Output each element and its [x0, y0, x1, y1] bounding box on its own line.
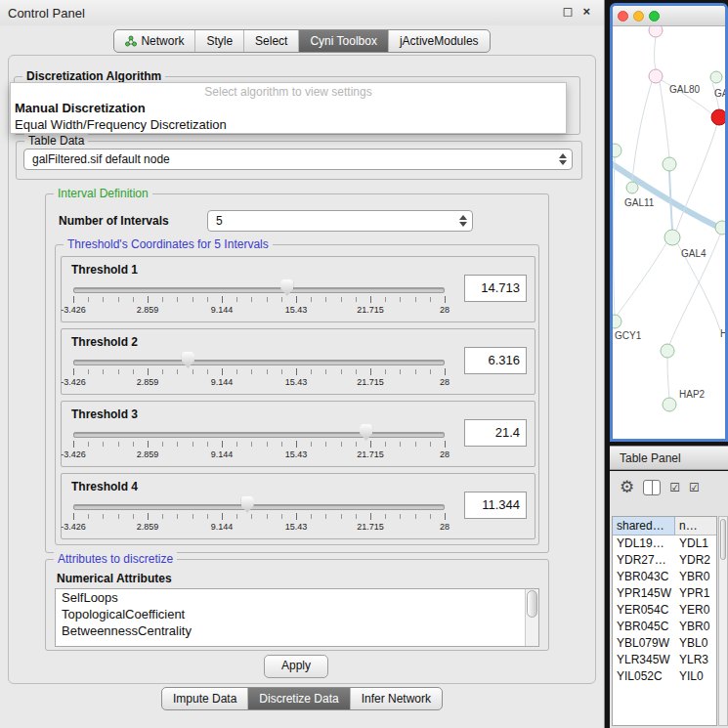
table-data-select[interactable]: galFiltered.sif default node — [23, 149, 573, 170]
tab-discretize-data[interactable]: Discretize Data — [247, 688, 349, 709]
network-node[interactable] — [661, 344, 674, 358]
tab-select[interactable]: Select — [243, 30, 298, 52]
network-edge — [660, 82, 669, 157]
titlebar[interactable]: Control Panel ◻ × — [0, 0, 604, 25]
table-row[interactable]: YIL052CYIL0 — [613, 668, 716, 685]
threshold-value-field[interactable]: 14.713 — [464, 275, 527, 302]
table-row[interactable]: YBL079WYBL0 — [613, 635, 716, 652]
table-cell[interactable]: YBL0 — [675, 635, 716, 652]
slider-thumb[interactable] — [241, 496, 254, 513]
slider-track[interactable] — [73, 504, 445, 510]
slider-scale-label: 2.859 — [137, 522, 159, 532]
number-of-intervals-select[interactable]: 5 — [207, 210, 473, 232]
table-cell[interactable]: YLR3 — [675, 652, 716, 668]
slider-scale-label: 15.43 — [285, 522, 308, 532]
threshold-value-field[interactable]: 11.344 — [464, 492, 527, 519]
table-cell[interactable]: YBR043C — [613, 569, 675, 585]
tab-jactivemodules[interactable]: jActiveModules — [388, 30, 490, 52]
column-header-shared-name[interactable]: shared… — [613, 517, 675, 535]
minimize-traffic-light[interactable] — [633, 11, 644, 21]
table-row[interactable]: YDL19…YDL1 — [613, 535, 716, 552]
network-node[interactable] — [663, 157, 676, 171]
table-cell[interactable]: YBR0 — [675, 569, 716, 585]
slider-track[interactable] — [73, 432, 445, 438]
table-cell[interactable]: YLR345W — [613, 652, 675, 668]
list-scrollbar[interactable] — [525, 589, 538, 646]
network-node[interactable] — [613, 315, 621, 328]
slider-thumb[interactable] — [182, 352, 194, 368]
table-cell[interactable]: YBR0 — [675, 619, 716, 635]
table-cell[interactable]: YPR1 — [675, 585, 716, 602]
table-row[interactable]: YPR145WYPR1 — [613, 585, 716, 602]
threshold-slider[interactable]: -3.4262.8599.14415.4321.71528 — [73, 495, 445, 533]
table-row[interactable]: YLR345WYLR3 — [613, 652, 716, 668]
threshold-slider[interactable]: -3.4262.8599.14415.4321.71528 — [73, 351, 445, 388]
close-traffic-light[interactable] — [618, 11, 628, 21]
threshold-value-field[interactable]: 21.4 — [464, 419, 527, 447]
slider-major-tick — [148, 513, 149, 520]
network-node[interactable] — [664, 230, 680, 245]
tab-impute-data[interactable]: Impute Data — [162, 688, 247, 709]
network-node[interactable] — [649, 69, 663, 83]
network-node[interactable] — [613, 144, 621, 157]
table-row[interactable]: YBR043CYBR0 — [613, 569, 716, 585]
tab-style[interactable]: Style — [194, 30, 243, 52]
tab-infer-network[interactable]: Infer Network — [350, 688, 442, 709]
group-legend: Discretization Algorithm — [22, 69, 165, 83]
algorithm-option-equal-width[interactable]: Equal Width/Frequency Discretization — [11, 116, 566, 133]
threshold-slider[interactable]: -3.4262.8599.14415.4321.71528 — [73, 423, 445, 460]
table-cell[interactable]: YBL079W — [613, 635, 675, 652]
table-row[interactable]: YER054CYER0 — [613, 602, 716, 619]
table-cell[interactable]: YBR045C — [613, 619, 675, 635]
attribute-item[interactable]: BetweennessCentrality — [56, 622, 538, 639]
threshold-slider[interactable]: -3.4262.8599.14415.4321.71528 — [73, 278, 445, 316]
network-canvas[interactable]: GAL80GAGAL11GAL4GCY1HHAP2 — [613, 26, 725, 440]
select-all-checkbox-icon[interactable]: ☑ — [669, 481, 680, 494]
network-window-titlebar[interactable] — [613, 6, 725, 26]
gear-icon[interactable]: ⚙ — [620, 479, 634, 495]
close-window-icon[interactable]: × — [582, 4, 590, 19]
threshold-value-field[interactable]: 6.316 — [464, 347, 527, 374]
network-view-window[interactable]: GAL80GAGAL11GAL4GCY1HHAP2 — [610, 3, 728, 442]
scrollbar-thumb[interactable] — [527, 590, 537, 618]
table-cell[interactable]: YER054C — [613, 602, 675, 619]
scrollbar-thumb[interactable] — [720, 519, 726, 560]
algorithm-option-manual[interactable]: Manual Discretization — [11, 100, 566, 116]
columns-icon[interactable] — [643, 480, 661, 495]
network-node-label: HAP2 — [679, 389, 706, 400]
numerical-attributes-list[interactable]: SelfLoopsTopologicalCoefficientBetweenne… — [55, 588, 539, 647]
attribute-item[interactable]: SelfLoops — [56, 589, 538, 606]
slider-track[interactable] — [73, 360, 445, 365]
network-node[interactable] — [711, 109, 725, 125]
apply-button[interactable]: Apply — [264, 655, 328, 678]
slider-thumb[interactable] — [280, 279, 293, 296]
tab-cyni-toolbox[interactable]: Cyni Toolbox — [298, 30, 387, 52]
zoom-traffic-light[interactable] — [649, 11, 660, 21]
table-row[interactable]: YBR045CYBR0 — [613, 619, 716, 635]
table-cell[interactable]: YDL19… — [613, 535, 675, 552]
table-cell[interactable]: YDL1 — [675, 535, 716, 552]
slider-thumb[interactable] — [360, 424, 372, 441]
table-row[interactable]: YDR27…YDR2 — [613, 552, 716, 569]
slider-major-tick — [370, 441, 371, 448]
tab-network[interactable]: Network — [114, 30, 194, 52]
network-node[interactable] — [710, 71, 722, 83]
network-node[interactable] — [626, 182, 638, 193]
network-node[interactable] — [663, 398, 676, 411]
slider-track[interactable] — [73, 287, 445, 293]
checkbox-icon[interactable]: ☑ — [689, 481, 700, 494]
window-title: Control Panel — [8, 6, 85, 21]
table-cell[interactable]: YIL0 — [675, 668, 716, 685]
table-cell[interactable]: YIL052C — [613, 668, 675, 685]
float-window-icon[interactable]: ◻ — [563, 4, 574, 19]
table-scrollbar[interactable] — [718, 516, 728, 726]
network-node[interactable] — [649, 26, 663, 37]
attribute-item[interactable]: TopologicalCoefficient — [56, 606, 538, 622]
table-cell[interactable]: YPR145W — [613, 585, 675, 602]
column-header-name[interactable]: n… — [675, 517, 716, 535]
table-panel-header[interactable]: Table Panel — [610, 446, 728, 470]
table-cell[interactable]: YER0 — [675, 602, 716, 619]
network-node[interactable] — [715, 221, 725, 235]
table-cell[interactable]: YDR27… — [613, 552, 675, 569]
table-cell[interactable]: YDR2 — [675, 552, 716, 569]
